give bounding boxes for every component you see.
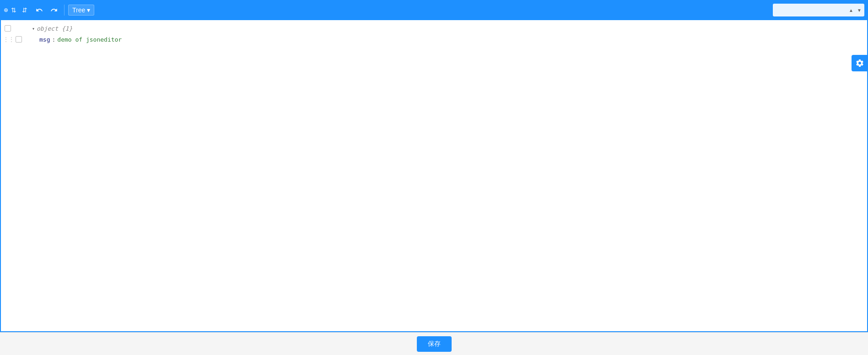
tree-content: ▾ object {1} msg : demo of jsoneditor (1, 20, 867, 48)
mode-selector[interactable]: Tree ▾ (68, 5, 94, 16)
toolbar: ⊕ ⇅ ⇵ Tree ▾ ▲ ▼ (0, 0, 868, 20)
svg-text:⊕: ⊕ (4, 7, 8, 13)
mode-label: Tree (72, 6, 85, 14)
sort-desc-button[interactable]: ⇵ (18, 4, 31, 16)
bottom-bar: 保存 (0, 332, 868, 355)
search-box: ▲ ▼ (773, 4, 864, 16)
search-input[interactable] (777, 7, 846, 13)
root-label: object {1} (37, 25, 72, 32)
settings-button[interactable] (852, 55, 868, 71)
msg-key: msg (39, 36, 50, 43)
save-button[interactable]: 保存 (417, 336, 452, 352)
drag-handle-msg (3, 36, 14, 43)
msg-separator: : (52, 36, 55, 43)
checkbox-msg[interactable] (16, 36, 22, 43)
sort-asc-button[interactable]: ⊕ ⇅ (4, 4, 16, 16)
search-next-button[interactable]: ▼ (856, 8, 863, 13)
mode-dropdown-icon: ▾ (87, 6, 90, 14)
row-controls-msg (3, 36, 30, 43)
checkbox-root[interactable] (5, 25, 11, 32)
expand-arrow-root[interactable]: ▾ (30, 25, 37, 32)
row-controls-root (3, 25, 30, 32)
editor-container: ▾ object {1} msg : demo of jsoneditor (0, 20, 868, 332)
search-prev-button[interactable]: ▲ (848, 8, 854, 13)
toolbar-divider (64, 5, 65, 16)
undo-button[interactable] (33, 4, 46, 16)
redo-button[interactable] (48, 4, 60, 16)
msg-value: demo of jsoneditor (57, 36, 122, 43)
tree-row-root: ▾ object {1} (1, 23, 867, 34)
tree-row-msg: msg : demo of jsoneditor (1, 34, 867, 45)
